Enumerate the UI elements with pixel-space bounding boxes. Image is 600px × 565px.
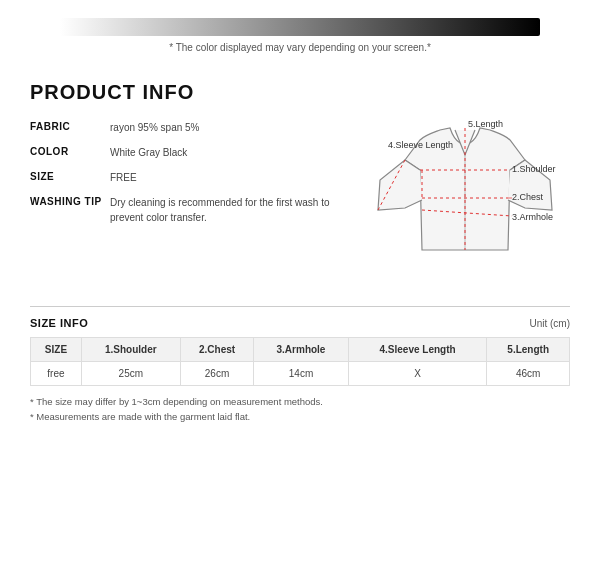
armhole-label: 3.Armhole — [512, 212, 553, 222]
size-table-header: SIZE1.Shoulder2.Chest3.Armhole4.Sleeve L… — [31, 338, 570, 362]
size-table-col-header: 1.Shoulder — [81, 338, 180, 362]
info-label: SIZE — [30, 170, 110, 182]
size-note: * The size may differ by 1~3cm depending… — [30, 394, 570, 409]
unit-label: Unit (cm) — [529, 318, 570, 329]
info-value: White Gray Black — [110, 145, 187, 160]
info-table: FABRIC rayon 95% span 5% COLOR White Gra… — [30, 120, 350, 292]
info-value: Dry cleaning is recommended for the firs… — [110, 195, 350, 225]
sleeve-length-label: 4.Sleeve Length — [388, 140, 453, 150]
size-table-col-header: 3.Armhole — [254, 338, 348, 362]
size-note: * Measurements are made with the garment… — [30, 409, 570, 424]
info-and-diagram: FABRIC rayon 95% span 5% COLOR White Gra… — [30, 120, 570, 292]
product-info-title: PRODUCT INFO — [30, 81, 570, 104]
color-bar-section: * The color displayed may vary depending… — [0, 0, 600, 63]
size-table-col-header: 4.Sleeve Length — [348, 338, 487, 362]
size-table-col-header: 2.Chest — [180, 338, 254, 362]
size-table-row: free25cm26cm14cmX46cm — [31, 362, 570, 386]
size-table-cell: 25cm — [81, 362, 180, 386]
size-table-cell: free — [31, 362, 82, 386]
info-row: COLOR White Gray Black — [30, 145, 350, 160]
info-row: FABRIC rayon 95% span 5% — [30, 120, 350, 135]
info-row: WASHING TIP Dry cleaning is recommended … — [30, 195, 350, 225]
info-row: SIZE FREE — [30, 170, 350, 185]
info-label: COLOR — [30, 145, 110, 157]
size-table-cell: 14cm — [254, 362, 348, 386]
size-notes: * The size may differ by 1~3cm depending… — [30, 394, 570, 424]
info-label: WASHING TIP — [30, 195, 110, 207]
size-table-col-header: SIZE — [31, 338, 82, 362]
size-table-cell: 46cm — [487, 362, 570, 386]
color-gradient-bar — [60, 18, 540, 36]
size-table-cell: X — [348, 362, 487, 386]
color-bar-note: * The color displayed may vary depending… — [60, 42, 540, 53]
length-label: 5.Length — [468, 120, 503, 129]
diagram-wrapper: 5.Length 1.Shoulder 2.Chest 3.Armhole 4.… — [360, 120, 570, 292]
size-info-container: SIZE INFO Unit (cm) SIZE1.Shoulder2.Ches… — [30, 306, 570, 424]
size-info-header: SIZE INFO Unit (cm) — [30, 317, 570, 329]
size-table-body: free25cm26cm14cmX46cm — [31, 362, 570, 386]
size-table-header-row: SIZE1.Shoulder2.Chest3.Armhole4.Sleeve L… — [31, 338, 570, 362]
info-label: FABRIC — [30, 120, 110, 132]
size-table: SIZE1.Shoulder2.Chest3.Armhole4.Sleeve L… — [30, 337, 570, 386]
chest-label: 2.Chest — [512, 192, 544, 202]
size-table-cell: 26cm — [180, 362, 254, 386]
size-table-col-header: 5.Length — [487, 338, 570, 362]
shoulder-label: 1.Shoulder — [512, 164, 556, 174]
size-info-title: SIZE INFO — [30, 317, 88, 329]
product-info-section: PRODUCT INFO FABRIC rayon 95% span 5% CO… — [0, 63, 600, 302]
info-value: FREE — [110, 170, 137, 185]
info-value: rayon 95% span 5% — [110, 120, 200, 135]
